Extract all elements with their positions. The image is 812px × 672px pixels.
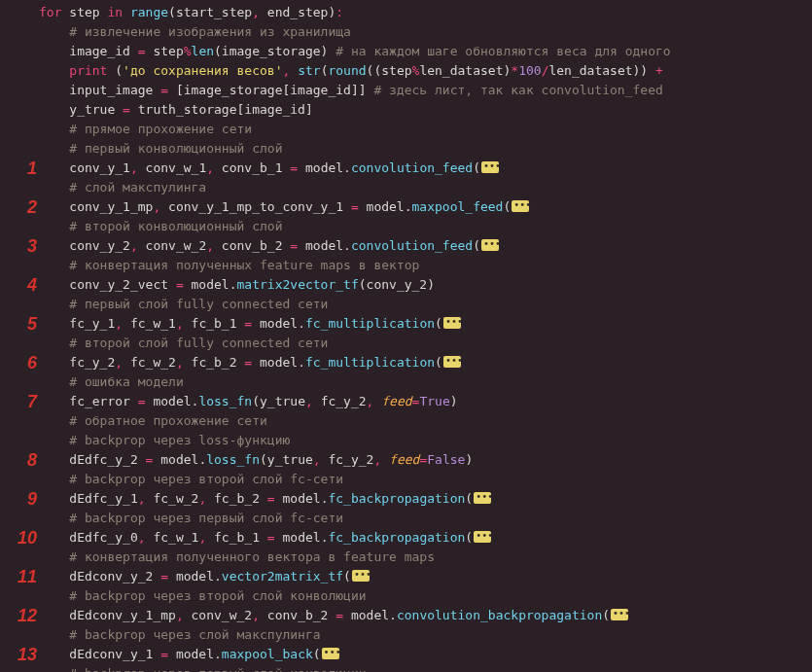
code-text: # обратное прохожение сети bbox=[39, 412, 812, 430]
code-line: 5 fc_y_1, fc_w_1, fc_b_1 = model.fc_mult… bbox=[0, 315, 812, 335]
code-line: # слой макспулинга bbox=[0, 179, 812, 198]
token-cmt: # backprop через слой макспулинга bbox=[69, 627, 320, 642]
token-op: = bbox=[160, 83, 168, 97]
token-name: fc_w_2 bbox=[146, 491, 199, 506]
token-bool: False bbox=[427, 452, 465, 467]
code-text: # backprop через loss-функцию bbox=[39, 432, 812, 449]
code-text: # прямое прохожение сети bbox=[39, 121, 812, 138]
code-line: # конвертация полученного вектора в feat… bbox=[0, 548, 812, 568]
code-text: # backprop через второй слой fc-сети bbox=[39, 471, 812, 488]
token-op: = bbox=[244, 355, 252, 370]
token-op: = bbox=[160, 569, 168, 584]
token-name: end_step) bbox=[260, 5, 335, 19]
code-line: y_true = truth_storage[image_id] bbox=[0, 101, 812, 121]
token-op: = bbox=[138, 44, 146, 58]
token-name: input_image bbox=[69, 83, 160, 97]
token-cmt: # второй конволюционный слой bbox=[69, 219, 282, 233]
token-cmt: # прямое прохожение сети bbox=[69, 122, 252, 136]
code-line: 8 dEdfc_y_2 = model.loss_fn(y_true, fc_y… bbox=[0, 451, 812, 471]
token-name: dEdfc_y_0 bbox=[69, 530, 137, 545]
code-text: # backprop через второй слой конволюции bbox=[39, 587, 812, 605]
token-name: (y_true bbox=[252, 394, 305, 408]
token-name: ( bbox=[435, 355, 442, 370]
token-name: (start_step bbox=[168, 5, 252, 19]
token-name: ( bbox=[343, 569, 351, 584]
token-name: truth_storage[image_id] bbox=[130, 102, 313, 117]
code-line: image_id = step%len(image_storage) # на … bbox=[0, 43, 812, 62]
code-line: # конвертация полученных feature maps в … bbox=[0, 257, 812, 276]
annotation-number: 9 bbox=[0, 490, 39, 508]
annotation-number: 7 bbox=[0, 393, 39, 410]
token-name: conv_w_1 bbox=[138, 160, 206, 175]
token-name: fc_b_2 bbox=[206, 491, 267, 506]
fold-marker-icon[interactable] bbox=[611, 609, 628, 620]
annotation-number: 13 bbox=[0, 646, 39, 663]
token-fn: maxpool_feed bbox=[412, 199, 504, 214]
code-text: conv_y_2, conv_w_2, conv_b_2 = model.con… bbox=[39, 237, 812, 255]
fold-marker-icon[interactable] bbox=[322, 648, 339, 659]
token-fn: loss_fn bbox=[198, 394, 252, 408]
token-fn: fc_backpropagation bbox=[328, 491, 465, 506]
token-fn: convolution_backpropagation bbox=[397, 608, 602, 622]
token-op: = bbox=[267, 491, 275, 506]
token-fn: fc_multiplication bbox=[305, 316, 435, 331]
token-op: , bbox=[176, 608, 184, 622]
annotation-number: 1 bbox=[0, 159, 39, 177]
token-op: = bbox=[244, 316, 252, 331]
token-name: model. bbox=[252, 355, 305, 370]
token-cmt: # на каждом шаге обновляются веса для од… bbox=[335, 44, 670, 58]
code-text: # второй слой fully connected сети bbox=[39, 335, 812, 352]
token-op: , bbox=[115, 355, 123, 370]
token-name: conv_w_2 bbox=[184, 608, 252, 622]
code-text: # конвертация полученного вектора в feat… bbox=[39, 548, 812, 566]
token-op: , bbox=[305, 394, 313, 408]
fold-marker-icon[interactable] bbox=[474, 492, 491, 504]
token-name: conv_y_2 bbox=[69, 238, 130, 253]
token-op: + bbox=[655, 63, 663, 78]
token-name: fc_b_1 bbox=[206, 530, 267, 545]
code-text: # backprop через слой макспулинга bbox=[39, 626, 812, 644]
fold-marker-icon[interactable] bbox=[481, 239, 499, 251]
fold-marker-icon[interactable] bbox=[481, 161, 499, 173]
token-name: model. bbox=[184, 277, 237, 292]
token-op: = bbox=[123, 102, 130, 117]
token-name: ( bbox=[473, 160, 480, 175]
fold-marker-icon[interactable] bbox=[443, 356, 461, 368]
fold-marker-icon[interactable] bbox=[352, 570, 370, 582]
code-line: print ('до сохранения весов', str(round(… bbox=[0, 62, 812, 82]
token-name: len_dataset) bbox=[419, 63, 511, 78]
code-text: # первый конволюционный слой bbox=[39, 140, 812, 158]
token-name: conv_y_2_vect bbox=[69, 277, 176, 292]
token-name: step bbox=[146, 44, 184, 58]
token-name: fc_b_1 bbox=[184, 316, 245, 331]
token-name: model. bbox=[146, 394, 199, 408]
token-name: ) bbox=[465, 452, 473, 467]
annotation-number: 3 bbox=[0, 237, 39, 255]
token-fn: vector2matrix_tf bbox=[222, 569, 343, 584]
annotation-number: 5 bbox=[0, 315, 39, 333]
fold-marker-icon[interactable] bbox=[443, 317, 461, 329]
fold-marker-icon[interactable] bbox=[512, 200, 529, 212]
token-fn: round bbox=[328, 63, 366, 78]
token-name: fc_y_2 bbox=[321, 452, 374, 467]
code-text: # первый слой fully connected сети bbox=[39, 296, 812, 313]
token-fn: str bbox=[298, 63, 320, 78]
code-line: # backprop через первый слой конволюции bbox=[0, 665, 812, 672]
code-text: dEdfc_y_1, fc_w_2, fc_b_2 = model.fc_bac… bbox=[39, 490, 812, 508]
code-line: 6 fc_y_2, fc_w_2, fc_b_2 = model.fc_mult… bbox=[0, 354, 812, 373]
token-arg: feed bbox=[381, 394, 411, 408]
code-line: 12 dEdconv_y_1_mp, conv_w_2, conv_b_2 = … bbox=[0, 607, 812, 626]
token-op: , bbox=[176, 316, 184, 331]
token-op: = bbox=[138, 394, 146, 408]
code-text: # слой макспулинга bbox=[39, 179, 812, 196]
token-name: dEdconv_y_1 bbox=[69, 647, 160, 661]
code-text: fc_y_1, fc_w_1, fc_b_1 = model.fc_multip… bbox=[39, 315, 812, 333]
token-name: (conv_y_2) bbox=[359, 277, 435, 292]
token-cmt: # первый слой fully connected сети bbox=[69, 297, 328, 311]
fold-marker-icon[interactable] bbox=[474, 531, 491, 543]
code-line: # backprop через второй слой fc-сети bbox=[0, 471, 812, 490]
code-text: # backprop через первый слой конволюции bbox=[39, 665, 812, 672]
code-line: 13 dEdconv_y_1 = model.maxpool_back( bbox=[0, 646, 812, 665]
token-arg: feed bbox=[389, 452, 419, 467]
code-line: # прямое прохожение сети bbox=[0, 121, 812, 140]
